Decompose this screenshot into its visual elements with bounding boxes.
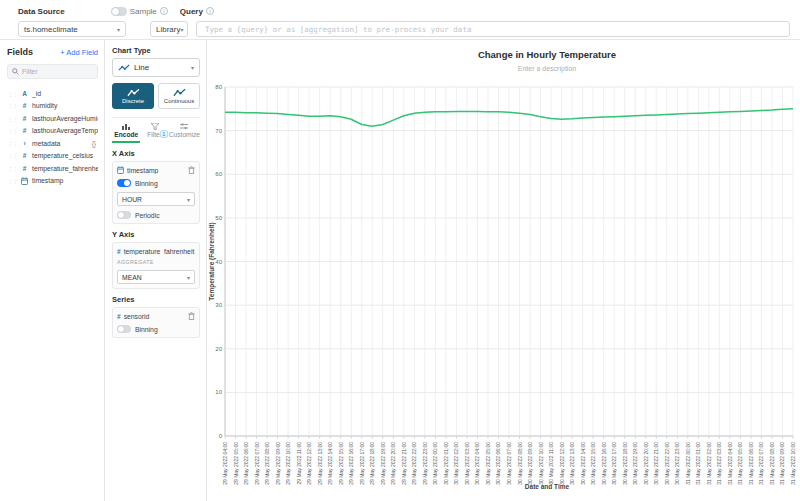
drag-handle-icon: ⋮⋮ (7, 127, 17, 134)
tab-encode[interactable]: Encode (112, 122, 140, 143)
field-name: lasthourAverageHumidity (32, 115, 98, 122)
chart-type-select[interactable]: Line ▾ (112, 58, 200, 77)
tab-customize[interactable]: Customize (169, 122, 200, 143)
field-name: temperature_fahrenheit (32, 165, 98, 172)
y-axis-label: Y Axis (112, 230, 200, 239)
fields-filter-box[interactable] (7, 64, 98, 79)
query-input[interactable] (196, 21, 790, 37)
trash-icon[interactable] (188, 312, 195, 320)
field-name: timestamp (32, 177, 63, 184)
series-binning-toggle[interactable] (117, 325, 131, 333)
field-item-humidity[interactable]: ⋮⋮#humidity (7, 100, 98, 113)
aggregate-value: MEAN (122, 274, 142, 281)
discrete-label: Discrete (122, 98, 144, 104)
x-axis-title: Date and Time (525, 483, 570, 490)
y-tick-label: 10 (215, 389, 222, 395)
drag-handle-icon: ⋮⋮ (7, 165, 17, 172)
x-tick-label: 29 May 2022 08:00 (264, 442, 270, 485)
sample-toggle[interactable] (111, 7, 127, 16)
text-type-icon: A (20, 90, 29, 97)
chart-subtitle[interactable]: Enter a description (518, 65, 576, 73)
x-tick-label: 29 May 2022 20:00 (390, 442, 396, 485)
field-item-temperature_fahrenheit[interactable]: ⋮⋮#temperature_fahrenheit (7, 162, 98, 175)
series-card: # sensorid Binning (112, 307, 200, 338)
x-tick-label: 29 May 2022 05:00 (233, 442, 239, 485)
x-tick-label: 31 May 2022 00:00 (685, 442, 691, 485)
field-name: _id (32, 90, 41, 97)
periodic-toggle[interactable] (117, 211, 131, 219)
field-item-temperature_celsius[interactable]: ⋮⋮#temperature_celsius (7, 150, 98, 163)
x-tick-label: 30 May 2022 03:00 (464, 442, 470, 485)
x-tick-label: 29 May 2022 06:00 (243, 442, 249, 485)
number-type-icon: # (20, 165, 29, 172)
add-field-button[interactable]: + Add Field (60, 48, 98, 57)
aggregate-select[interactable]: MEAN ▾ (117, 270, 195, 284)
object-braces-icon: {} (92, 140, 98, 147)
field-list: ⋮⋮A_id⋮⋮#humidity⋮⋮#lasthourAverageHumid… (7, 87, 98, 187)
y-tick-label: 20 (215, 346, 222, 352)
field-name: humidity (32, 102, 57, 109)
x-axis-label: X Axis (112, 149, 200, 158)
number-type-icon: # (117, 313, 121, 320)
y-tick-label: 80 (215, 84, 222, 90)
series-label: Series (112, 295, 200, 304)
x-binning-toggle[interactable] (117, 179, 131, 187)
x-tick-label: 29 May 2022 10:00 (285, 442, 291, 485)
number-type-icon: # (20, 152, 29, 159)
sample-label: Sample (130, 7, 157, 16)
x-tick-label: 31 May 2022 07:00 (758, 442, 764, 485)
x-tick-label: 30 May 2022 13:00 (569, 442, 575, 485)
library-button[interactable]: Library ▾ (150, 21, 188, 37)
field-item-lasthourAverageHumidity[interactable]: ⋮⋮#lasthourAverageHumidity (7, 112, 98, 125)
drag-handle-icon: ⋮⋮ (7, 90, 17, 97)
y-tick-label: 50 (215, 215, 222, 221)
x-tick-label: 29 May 2022 19:00 (380, 442, 386, 485)
discrete-button[interactable]: Discrete (112, 83, 154, 109)
field-name: temperature_celsius (32, 152, 93, 159)
x-tick-label: 30 May 2022 22:00 (664, 442, 670, 485)
x-tick-label: 31 May 2022 01:00 (695, 442, 701, 485)
x-tick-label: 31 May 2022 05:00 (737, 442, 743, 485)
x-tick-label: 29 May 2022 15:00 (338, 442, 344, 485)
object-type-icon: › (20, 140, 29, 147)
x-tick-label: 30 May 2022 20:00 (643, 442, 649, 485)
x-tick-label: 30 May 2022 23:00 (674, 442, 680, 485)
tab-customize-label: Customize (169, 131, 200, 138)
line-chart-icon (118, 64, 130, 72)
fields-filter-input[interactable] (22, 68, 92, 75)
drag-handle-icon: ⋮⋮ (7, 177, 17, 184)
x-tick-label: 31 May 2022 03:00 (716, 442, 722, 485)
x-tick-label: 29 May 2022 21:00 (401, 442, 407, 485)
x-tick-label: 29 May 2022 11:00 (296, 442, 302, 485)
x-tick-label: 30 May 2022 08:00 (517, 442, 523, 485)
x-tick-label: 30 May 2022 17:00 (611, 442, 617, 485)
x-tick-label: 30 May 2022 15:00 (590, 442, 596, 485)
series-field: sensorid (124, 313, 150, 320)
tab-encode-label: Encode (114, 131, 138, 138)
field-item-lasthourAverageTemp[interactable]: ⋮⋮#lasthourAverageTemp (7, 125, 98, 138)
continuous-label: Continuous (164, 98, 194, 104)
x-tick-label: 30 May 2022 21:00 (653, 442, 659, 485)
x-tick-label: 29 May 2022 12:00 (306, 442, 312, 485)
field-item-_id[interactable]: ⋮⋮A_id (7, 87, 98, 100)
query-label: Query (180, 7, 203, 16)
field-item-metadata[interactable]: ⋮⋮›metadata{} (7, 137, 98, 150)
continuous-button[interactable]: Continuous (158, 83, 200, 109)
x-tick-label: 29 May 2022 18:00 (369, 442, 375, 485)
x-tick-label: 30 May 2022 06:00 (495, 442, 501, 485)
x-tick-label: 29 May 2022 13:00 (317, 442, 323, 485)
continuous-line-icon (173, 88, 186, 97)
line-chart: Change in Hourly TemperatureEnter a desc… (207, 40, 800, 501)
bin-unit-select[interactable]: HOUR ▾ (117, 192, 195, 206)
sample-info-icon[interactable]: i (160, 7, 168, 15)
data-source-select[interactable]: ts.homeclimate ▾ (18, 21, 126, 37)
y-tick-label: 60 (215, 171, 222, 177)
chevron-down-icon: ▾ (180, 26, 183, 33)
field-item-timestamp[interactable]: ⋮⋮timestamp (7, 175, 98, 188)
query-info-icon[interactable]: i (206, 7, 214, 15)
x-tick-label: 30 May 2022 19:00 (632, 442, 638, 485)
tab-filter[interactable]: Filter 1 (140, 122, 168, 143)
trash-icon[interactable] (188, 166, 195, 174)
x-tick-label: 30 May 2022 05:00 (485, 442, 491, 485)
x-tick-label: 30 May 2022 14:00 (580, 442, 586, 485)
